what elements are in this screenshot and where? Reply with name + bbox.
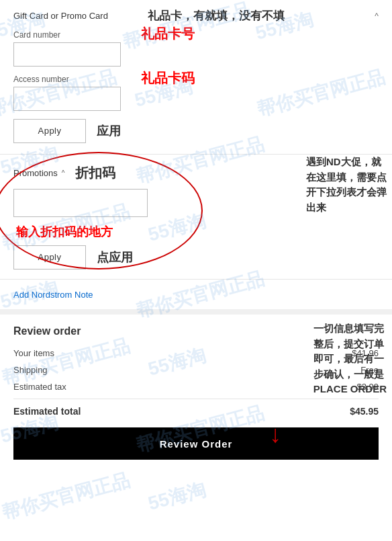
promo-apply-row: Apply 点应用	[13, 245, 379, 269]
card-number-group: Card number 礼品卡号	[13, 30, 379, 67]
total-label: Estimated total	[13, 406, 81, 417]
add-nordstrom-note-link[interactable]: Add Nordstrom Note	[13, 290, 93, 300]
review-order-button[interactable]: Review Order	[13, 427, 379, 460]
gift-card-section: Gift Card or Promo Card ^ 礼品卡，有就填，没有不填 C…	[0, 0, 392, 155]
gift-card-apply-button[interactable]: Apply	[13, 119, 86, 143]
promotions-title: Promotions	[13, 168, 58, 178]
order-row-tax: Estimated tax $3.99	[13, 382, 379, 392]
gift-card-toggle[interactable]: ^	[375, 11, 379, 21]
card-number-input[interactable]	[13, 42, 121, 67]
promotions-chevron[interactable]: ^	[62, 169, 65, 177]
order-row-items: Your items $41.96	[13, 348, 379, 358]
review-order-section: Review order Your items $41.96 Shipping …	[0, 315, 392, 470]
access-number-group: Access number 礼品卡码	[13, 75, 379, 111]
promo-code-input[interactable]	[13, 189, 148, 217]
gift-card-title: Gift Card or Promo Card	[13, 11, 108, 21]
gift-card-apply-row: Apply 应用	[13, 119, 379, 143]
access-number-label: Access number	[13, 75, 379, 84]
total-value: $45.95	[350, 406, 379, 417]
tax-value: $3.99	[356, 382, 379, 392]
promotions-header: Promotions ^ 折扣码	[13, 164, 379, 182]
promo-input-row	[13, 189, 379, 217]
shipping-value: Free	[360, 365, 379, 375]
annotation-promo-input: 输入折扣码的地方	[16, 224, 379, 240]
annotation-apply-promo: 点应用	[97, 249, 133, 265]
annotation-access-code: 礼品卡码	[141, 69, 195, 87]
shipping-label: Shipping	[13, 365, 48, 375]
items-value: $41.96	[352, 348, 379, 358]
promotions-section: Promotions ^ 折扣码 输入折扣码的地方 Apply 点应用 遇到ND…	[0, 155, 392, 280]
page-container: 55海淘 帮你买官网正品 55海淘 帮你买官网正品 55海淘 帮你买官网正品 5…	[0, 0, 392, 470]
order-row-total: Estimated total $45.95	[13, 399, 379, 417]
order-row-shipping: Shipping Free	[13, 365, 379, 375]
tax-label: Estimated tax	[13, 382, 66, 392]
nordstrom-note-section: Add Nordstrom Note	[0, 280, 392, 315]
promo-apply-button[interactable]: Apply	[13, 245, 86, 269]
review-order-title: Review order	[13, 325, 379, 337]
items-label: Your items	[13, 348, 54, 358]
card-number-label: Card number	[13, 30, 379, 40]
access-number-input[interactable]	[13, 87, 121, 111]
gift-card-header: Gift Card or Promo Card ^	[13, 11, 379, 21]
annotation-promo-title: 折扣码	[75, 164, 115, 182]
annotation-card-number: 礼品卡号	[141, 25, 195, 43]
annotation-apply-gift: 应用	[97, 123, 121, 139]
